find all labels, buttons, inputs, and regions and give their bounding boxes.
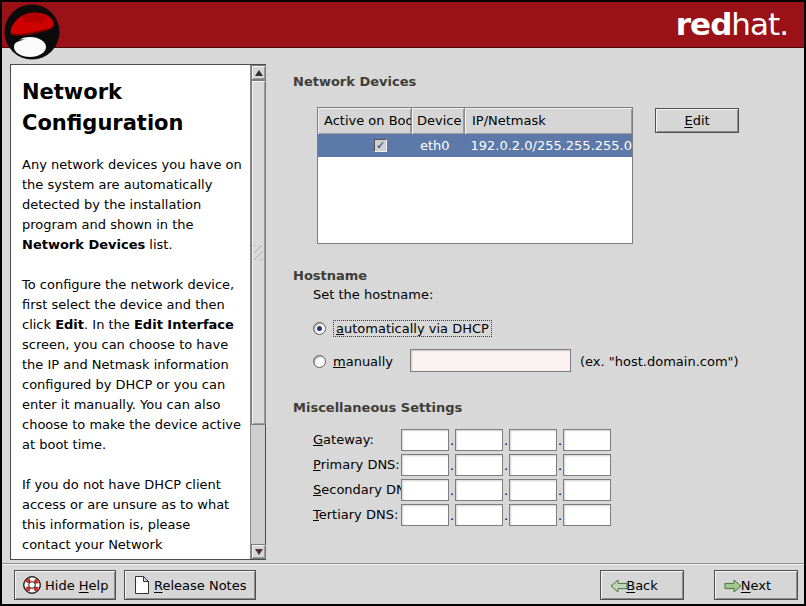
device-cell: eth0 — [411, 138, 464, 153]
active-on-boot-checkbox[interactable]: ✓ — [374, 139, 387, 152]
back-button[interactable]: Back — [600, 570, 684, 600]
table-header-row: Active on Boot Device IP/Netmask — [318, 108, 632, 134]
column-header-device[interactable]: Device — [412, 108, 465, 134]
wordmark-hat: hat. — [731, 6, 788, 42]
release-notes-button[interactable]: Release Notes — [124, 570, 256, 600]
network-devices-table[interactable]: Active on Boot Device IP/Netmask ✓ eth0 … — [317, 107, 633, 244]
primary-dns-octet-3[interactable] — [509, 454, 557, 476]
secondary-dns-octet-2[interactable] — [455, 479, 503, 501]
gateway-octet-3[interactable] — [509, 429, 557, 451]
secondary-dns-octet-4[interactable] — [563, 479, 611, 501]
back-label: Back — [626, 578, 658, 593]
primary-dns-octet-2[interactable] — [455, 454, 503, 476]
tertiary-dns-octet-3[interactable] — [509, 504, 557, 526]
gateway-row: Gateway: ... — [313, 427, 611, 452]
hostname-manual-option[interactable]: manually — [313, 351, 393, 371]
secondary-dns-label: Secondary DNS: — [313, 482, 401, 497]
wordmark-red: red — [676, 6, 732, 42]
ip-netmask-cell: 192.0.2.0/255.255.255.0 — [463, 138, 632, 153]
edit-button[interactable]: Edit — [655, 108, 739, 133]
next-arrow-icon — [723, 578, 743, 594]
scroll-down-button[interactable] — [251, 544, 266, 559]
gateway-octet-2[interactable] — [455, 429, 503, 451]
redhat-wordmark: redhat. — [676, 6, 788, 42]
help-content: Network Configuration Any network device… — [11, 65, 250, 559]
help-paragraph: Any network devices you have on the syst… — [22, 155, 242, 255]
help-paragraphs: Any network devices you have on the syst… — [22, 155, 242, 559]
gateway-octet-4[interactable] — [563, 429, 611, 451]
primary-dns-octet-4[interactable] — [563, 454, 611, 476]
help-paragraph: To configure the network device, first s… — [22, 275, 242, 455]
column-header-active-on-boot[interactable]: Active on Boot — [318, 108, 412, 134]
radio-selected-dot — [317, 326, 322, 331]
tertiary-dns-label: Tertiary DNS: — [313, 507, 401, 522]
scroll-down-arrow-icon — [255, 549, 263, 555]
back-arrow-icon — [609, 578, 629, 594]
gateway-label: Gateway: — [313, 432, 401, 447]
active-on-boot-cell: ✓ — [318, 139, 411, 152]
secondary-dns-row: Secondary DNS: ... — [313, 477, 611, 502]
redhat-shadowman-logo-icon — [4, 3, 62, 61]
manual-radio[interactable] — [313, 355, 326, 368]
next-label: Next — [741, 578, 771, 593]
hide-help-button[interactable]: Hide Help — [14, 570, 116, 600]
help-panel: Network Configuration Any network device… — [10, 64, 266, 560]
hostname-example-hint: (ex. "host.domain.com") — [580, 354, 739, 369]
scrollbar-grip-icon — [254, 245, 263, 261]
secondary-dns-octet-3[interactable] — [509, 479, 557, 501]
release-notes-label: Release Notes — [154, 578, 246, 593]
manual-label[interactable]: manually — [333, 354, 393, 369]
scroll-up-arrow-icon — [255, 70, 263, 76]
document-icon — [134, 575, 150, 595]
hide-help-label: Hide Help — [45, 578, 108, 593]
tertiary-dns-octet-2[interactable] — [455, 504, 503, 526]
tertiary-dns-octet-4[interactable] — [563, 504, 611, 526]
hostname-auto-option[interactable]: automatically via DHCP — [313, 318, 492, 338]
scroll-up-button[interactable] — [251, 65, 266, 80]
header-banner: redhat. — [2, 2, 804, 48]
tertiary-dns-octet-1[interactable] — [401, 504, 449, 526]
scrollbar-thumb[interactable] — [251, 80, 266, 425]
primary-dns-row: Primary DNS: ... — [313, 452, 611, 477]
hostname-section-label: Hostname — [293, 268, 367, 283]
help-title: Network Configuration — [22, 77, 242, 139]
footer-divider — [2, 563, 804, 565]
auto-dhcp-label[interactable]: automatically via DHCP — [333, 320, 492, 337]
misc-settings-section-label: Miscellaneous Settings — [293, 400, 462, 415]
next-button[interactable]: Next — [714, 570, 798, 600]
primary-dns-label: Primary DNS: — [313, 457, 401, 472]
set-hostname-prompt: Set the hostname: — [313, 287, 433, 302]
gateway-octet-1[interactable] — [401, 429, 449, 451]
misc-settings-rows: Gateway: ... Primary DNS: ... Secondary … — [313, 427, 611, 527]
tertiary-dns-row: Tertiary DNS: ... — [313, 502, 611, 527]
installer-window: redhat. Network Configuration Any networ… — [0, 0, 806, 606]
manual-hostname-input[interactable] — [410, 349, 571, 372]
auto-dhcp-radio[interactable] — [313, 322, 326, 335]
column-header-ip-netmask[interactable]: IP/Netmask — [465, 108, 632, 134]
help-scrollbar[interactable] — [250, 65, 265, 559]
life-buoy-icon — [22, 575, 42, 595]
secondary-dns-octet-1[interactable] — [401, 479, 449, 501]
primary-dns-octet-1[interactable] — [401, 454, 449, 476]
help-paragraph: If you do not have DHCP client access or… — [22, 475, 242, 559]
table-row[interactable]: ✓ eth0 192.0.2.0/255.255.255.0 — [318, 134, 632, 157]
network-devices-section-label: Network Devices — [293, 74, 416, 89]
